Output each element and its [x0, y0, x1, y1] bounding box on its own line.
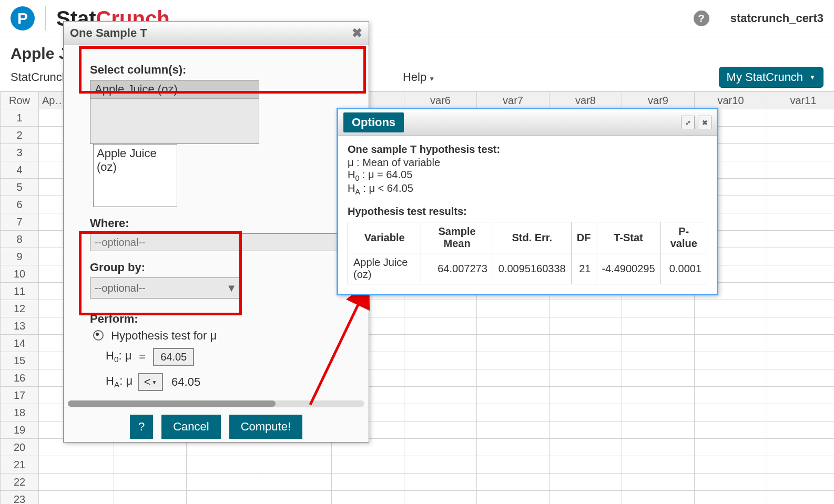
group-by-select[interactable]: --optional--▼: [90, 277, 241, 299]
chevron-down-icon: ▼: [429, 75, 435, 83]
chevron-down-icon: ▼: [152, 379, 157, 385]
results-mu-line: μ : Mean of variable: [348, 157, 707, 169]
col-header-var7[interactable]: var7: [477, 92, 550, 109]
cell-p: 0.0001: [660, 253, 707, 284]
chevron-down-icon: ▼: [226, 282, 237, 294]
col-sample-mean: Sample Mean: [421, 222, 493, 253]
col-header-var8[interactable]: var8: [550, 92, 622, 109]
cell-t: -4.4900295: [596, 253, 660, 284]
chevron-down-icon: ▼: [809, 74, 816, 81]
col-header-var6[interactable]: var6: [404, 92, 477, 109]
results-dialog: Options ⤢ ✖ One sample T hypothesis test…: [337, 108, 718, 295]
pearson-logo: P: [11, 6, 35, 30]
cell-se: 0.0095160338: [493, 253, 571, 284]
expand-icon[interactable]: ⤢: [681, 116, 695, 129]
row-num[interactable]: 1: [1, 109, 39, 127]
compute-button[interactable]: Compute!: [229, 415, 302, 439]
logo-divider: [45, 6, 46, 30]
group-by-label: Group by:: [90, 261, 348, 274]
col-header-var9[interactable]: var9: [622, 92, 695, 109]
dialog-scrollbar[interactable]: [68, 400, 364, 407]
scrollbar-thumb[interactable]: [68, 400, 276, 407]
cell-mean: 64.007273: [421, 253, 493, 284]
options-button[interactable]: Options: [343, 112, 404, 132]
ha-label: HA: μ: [106, 374, 133, 389]
cell-df: 21: [571, 253, 596, 284]
results-h0-line: H0 : μ = 64.05: [348, 169, 707, 182]
ha-value-label: 64.05: [171, 375, 200, 389]
cancel-button[interactable]: Cancel: [161, 415, 220, 439]
menu-help[interactable]: Help▼: [403, 70, 435, 84]
username-label[interactable]: statcrunch_cert3: [730, 12, 823, 25]
results-titlebar[interactable]: Options ⤢ ✖: [338, 109, 717, 136]
help-button[interactable]: ?: [130, 415, 153, 439]
h0-label: H0: μ: [106, 349, 131, 364]
where-input[interactable]: [90, 233, 353, 251]
results-heading: One sample T hypothesis test:: [348, 143, 707, 156]
columns-listbox[interactable]: Apple Juice (oz): [90, 80, 259, 144]
selected-columns-box[interactable]: Apple Juice (oz): [93, 144, 177, 207]
selected-item: Apple Juice (oz): [97, 147, 157, 173]
col-variable: Variable: [348, 222, 421, 253]
help-icon[interactable]: ?: [694, 11, 709, 26]
results-table: Variable Sample Mean Std. Err. DF T-Stat…: [348, 222, 707, 284]
results-table-heading: Hypothesis test results:: [348, 205, 707, 218]
cell-variable: Apple Juice (oz): [348, 253, 421, 284]
close-icon[interactable]: ✖: [698, 116, 711, 129]
radio-hypothesis-label: Hypothesis test for μ: [111, 329, 217, 342]
dialog-titlebar[interactable]: One Sample T ✖: [64, 22, 369, 45]
col-header-var11[interactable]: var11: [767, 92, 835, 109]
where-label: Where:: [90, 217, 348, 230]
col-std-err: Std. Err.: [493, 222, 571, 253]
col-p-value: P-value: [660, 222, 707, 253]
equals-label: =: [139, 350, 146, 364]
h0-value-input[interactable]: 64.05: [153, 348, 194, 366]
ha-operator-select[interactable]: <▼: [138, 373, 163, 391]
table-row: Apple Juice (oz) 64.007273 0.0095160338 …: [348, 253, 707, 284]
dialog-title: One Sample T: [70, 26, 147, 40]
col-t-stat: T-Stat: [596, 222, 660, 253]
close-icon[interactable]: ✖: [352, 26, 362, 40]
results-ha-line: HA : μ < 64.05: [348, 182, 707, 196]
perform-label: Perform:: [90, 312, 348, 326]
dialog-footer: ? Cancel Compute!: [64, 407, 369, 443]
col-header-var10[interactable]: var10: [695, 92, 767, 109]
col-df: DF: [571, 222, 596, 253]
one-sample-t-dialog: One Sample T ✖ Select column(s): Apple J…: [63, 21, 369, 443]
list-item[interactable]: Apple Juice (oz): [90, 80, 259, 99]
row-header: Row: [1, 92, 39, 109]
my-statcrunch-button[interactable]: My StatCrunch▼: [719, 67, 823, 88]
radio-hypothesis-test[interactable]: [93, 330, 104, 341]
select-columns-label: Select column(s):: [90, 63, 348, 77]
